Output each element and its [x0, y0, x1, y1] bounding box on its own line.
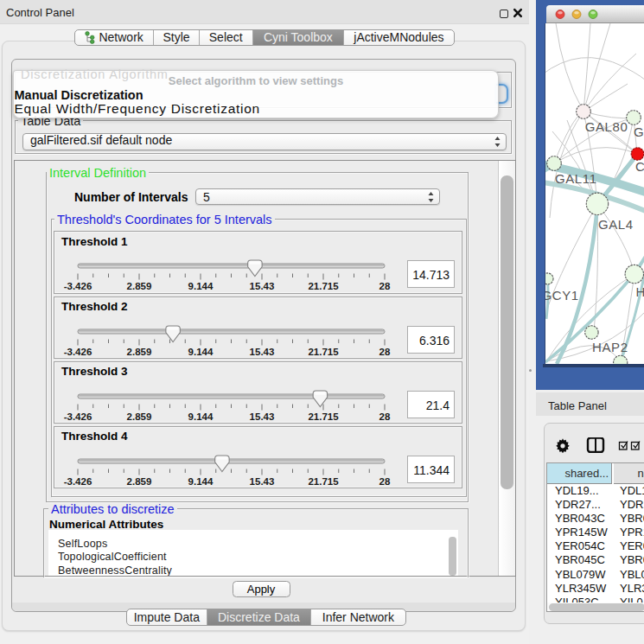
svg-text:-3.426: -3.426: [64, 347, 92, 357]
svg-text:2.859: 2.859: [127, 281, 152, 291]
svg-text:28: 28: [379, 281, 391, 291]
svg-text:28: 28: [379, 476, 391, 487]
svg-text:GAL80: GAL80: [585, 119, 628, 134]
svg-text:9.144: 9.144: [188, 476, 214, 487]
svg-text:GCY1: GCY1: [545, 288, 579, 303]
svg-text:GAL11: GAL11: [555, 171, 597, 186]
svg-text:2.859: 2.859: [127, 476, 152, 487]
svg-text:9.144: 9.144: [188, 281, 214, 291]
svg-text:28: 28: [379, 411, 391, 422]
svg-text:GAL4: GAL4: [598, 217, 634, 232]
svg-text:-3.426: -3.426: [64, 476, 92, 487]
svg-text:-3.426: -3.426: [64, 281, 92, 291]
svg-text:15.43: 15.43: [250, 347, 275, 357]
svg-text:21.715: 21.715: [308, 281, 339, 291]
svg-text:H: H: [635, 284, 644, 299]
svg-text:21.715: 21.715: [308, 476, 339, 487]
svg-text:HAP2: HAP2: [592, 340, 628, 354]
svg-text:9.144: 9.144: [188, 347, 214, 357]
svg-text:2.859: 2.859: [127, 347, 152, 357]
svg-text:15.43: 15.43: [250, 476, 275, 487]
svg-text:-3.426: -3.426: [64, 411, 92, 422]
svg-text:28: 28: [379, 347, 391, 357]
svg-text:15.43: 15.43: [250, 411, 275, 422]
svg-text:21.715: 21.715: [308, 411, 339, 422]
svg-text:9.144: 9.144: [188, 411, 214, 422]
svg-text:2.859: 2.859: [127, 411, 152, 422]
svg-text:21.715: 21.715: [308, 347, 339, 357]
svg-text:C: C: [635, 159, 644, 174]
svg-text:15.43: 15.43: [250, 281, 275, 291]
svg-text:GA: GA: [634, 124, 644, 139]
